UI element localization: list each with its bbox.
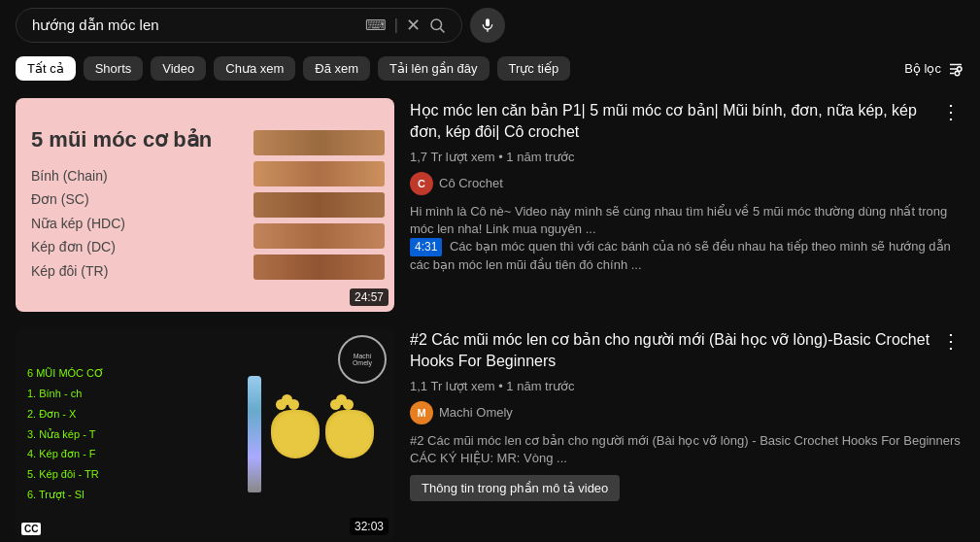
- thumb1-items: Bính (Chain)Đơn (SC)Nữa kép (HDC)Kép đơn…: [31, 164, 125, 284]
- filter-chip-all[interactable]: Tất cả: [16, 56, 76, 81]
- filter-chip-shorts[interactable]: Shorts: [84, 56, 144, 81]
- video2-channel[interactable]: M Machi Omely: [410, 401, 964, 424]
- video1-duration: 24:57: [350, 288, 389, 306]
- search-button[interactable]: [428, 17, 446, 34]
- watermark: MachiOmely: [338, 335, 387, 384]
- video1-more-button[interactable]: ⋮: [937, 98, 964, 125]
- keyboard-icon: ⌨: [365, 17, 387, 34]
- channel1-avatar: C: [410, 172, 433, 195]
- svg-point-7: [958, 66, 963, 71]
- video1-meta: 1,7 Tr lượt xem • 1 năm trước: [410, 150, 964, 164]
- thumb1-title: 5 mũi móc cơ bản: [31, 127, 212, 152]
- thumb2-text: 6 MŨI MÓC CƠ 1. Bính - ch 2. Đơn - X 3. …: [27, 363, 104, 505]
- paw-prints: [271, 410, 383, 458]
- svg-point-0: [431, 19, 442, 30]
- thumbnail-2[interactable]: 6 MŨI MÓC CƠ 1. Bính - ch 2. Đơn - X 3. …: [16, 327, 394, 541]
- video2-desc: #2 Các mũi móc len cơ bản cho người mới …: [410, 432, 964, 467]
- search-icons: ⌨ | ✕: [365, 15, 446, 36]
- mic-button[interactable]: [470, 8, 505, 43]
- svg-rect-2: [486, 18, 490, 26]
- thumbnail-1[interactable]: 5 mũi móc cơ bản Bính (Chain)Đơn (SC)Nữa…: [16, 98, 394, 312]
- timestamp-badge[interactable]: 4:31: [410, 238, 442, 256]
- video-card-2: 6 MŨI MÓC CƠ 1. Bính - ch 2. Đơn - X 3. …: [16, 327, 964, 541]
- video1-info: Học móc len căn bản P1| 5 mũi móc cơ bản…: [410, 98, 964, 274]
- video1-title: Học móc len căn bản P1| 5 mũi móc cơ bản…: [410, 100, 964, 144]
- channel2-name: Machi Omely: [439, 405, 513, 420]
- filter-bar: Tất cả Shorts Video Chưa xem Đã xem Tải …: [0, 51, 980, 86]
- tooltip-button[interactable]: Thông tin trong phần mô tả video: [410, 475, 620, 501]
- crochet-hook-icon: [248, 376, 261, 492]
- search-box: ⌨ | ✕: [16, 8, 462, 43]
- video2-title: #2 Các mũi móc len cơ bản cho người mới …: [410, 329, 964, 373]
- filter-label: Bộ lọc: [904, 61, 941, 76]
- filter-chip-tai-len[interactable]: Tải lên gần đây: [378, 56, 489, 81]
- filter-chip-chua-xem[interactable]: Chưa xem: [214, 56, 295, 81]
- video2-duration: 32:03: [350, 518, 389, 535]
- clear-button[interactable]: ✕: [406, 15, 421, 36]
- video1-channel[interactable]: C Cô Crochet: [410, 172, 964, 195]
- video2-info: #2 Các mũi móc len cơ bản cho người mới …: [410, 327, 964, 501]
- search-input[interactable]: [32, 17, 357, 34]
- channel1-name: Cô Crochet: [439, 176, 503, 190]
- channel2-avatar: M: [410, 401, 433, 424]
- video1-desc: Hi mình là Cô nè~ Video này mình sẽ cùng…: [410, 203, 964, 274]
- video-card-1: 5 mũi móc cơ bản Bính (Chain)Đơn (SC)Nữa…: [16, 98, 964, 312]
- content: 5 mũi móc cơ bản Bính (Chain)Đơn (SC)Nữa…: [0, 86, 980, 542]
- video2-more-button[interactable]: ⋮: [937, 327, 964, 355]
- filter-chip-da-xem[interactable]: Đã xem: [303, 56, 370, 81]
- video2-meta: 1,1 Tr lượt xem • 1 năm trước: [410, 379, 964, 393]
- svg-line-1: [440, 28, 444, 32]
- filter-chip-video[interactable]: Video: [151, 56, 206, 81]
- cc-badge: CC: [21, 523, 41, 535]
- filter-chip-truc-tiep[interactable]: Trực tiếp: [497, 56, 571, 81]
- divider: |: [394, 17, 398, 34]
- top-bar: ⌨ | ✕: [0, 0, 980, 51]
- svg-point-8: [955, 71, 960, 76]
- filter-right[interactable]: Bộ lọc: [904, 60, 964, 78]
